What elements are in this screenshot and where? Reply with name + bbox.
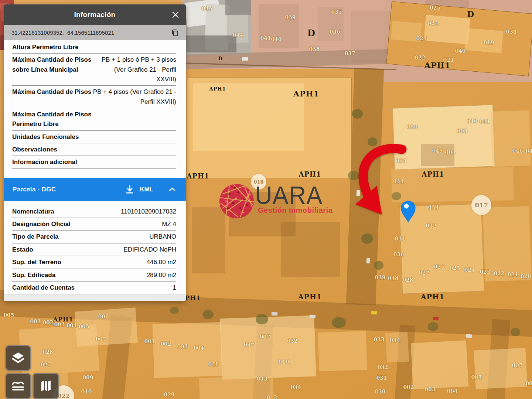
info-panel: Información -31.42216131009352, -64.1565… [4, 4, 186, 301]
copy-icon [171, 28, 180, 37]
field-label: Máxima Cantidad de Pisos Perímetro Libre [12, 110, 93, 129]
collapse-section-button[interactable] [166, 183, 178, 196]
uara-tagline-text: Gestión Inmobiliaria [258, 206, 332, 215]
field-label: Unidades Funcionales [12, 132, 93, 142]
map-canvas[interactable]: DDDAPH1APH1APH1APH1APH1APH1APH1APH1APH1A… [0, 0, 532, 399]
field-label: Estado [12, 245, 93, 255]
field-value: EDIFICADO NoPH [93, 245, 176, 255]
layers-icon [10, 349, 27, 366]
panel-footer [4, 294, 186, 301]
field-value: PB + 1 piso ó PB + 3 pisos (Ver Grafico … [93, 55, 176, 84]
field-row: Altura Perímetro Libre [12, 41, 176, 54]
field-label: Observaciones [12, 145, 93, 154]
field-value: 1101010209017032 [93, 207, 176, 216]
info-panel-header: Información [4, 4, 186, 25]
field-label: Sup. del Terreno [12, 258, 93, 267]
field-label: Máxima Cantidad de Pisos [12, 87, 93, 97]
uara-brand-text: UARA [255, 183, 323, 208]
terrain-profile-control-button[interactable] [5, 373, 31, 399]
field-row: Nomenclatura1101010209017032 [12, 205, 176, 218]
basemap-control-button[interactable] [33, 373, 59, 399]
field-row: EstadoEDIFICADO NoPH [12, 243, 176, 256]
field-value: 446.00 m2 [93, 258, 176, 267]
copy-coordinates-button[interactable] [170, 27, 181, 38]
location-pin-icon[interactable] [401, 201, 415, 222]
field-row: Tipo de ParcelaURBANO [12, 231, 176, 243]
section-title: Parcela - DGC [13, 186, 56, 193]
field-row: Sup. del Terreno446.00 m2 [12, 256, 176, 269]
field-row: Cantidad de Cuentas1 [12, 282, 176, 294]
coordinates-value: -31.42216131009352, -64.1565111695021 [10, 30, 170, 36]
red-arrow-annotation [355, 149, 402, 215]
field-label: Nomenclatura [12, 207, 93, 216]
kml-download-button[interactable]: KML [125, 185, 153, 194]
field-label: Altura Perímetro Libre [12, 42, 93, 52]
field-label: Designación Oficial [12, 219, 93, 229]
field-row: Observaciones [12, 143, 176, 156]
field-label: Informacion adicional [12, 157, 93, 167]
field-value: 289.00 m2 [93, 270, 176, 280]
basemap-icon [37, 378, 54, 395]
parcela-dgc-section-header[interactable]: Parcela - DGC KML [4, 178, 186, 201]
field-value: 1 [93, 283, 176, 293]
field-label: Tipo de Parcela [12, 232, 93, 242]
download-icon [125, 185, 134, 194]
field-value: PB + 4 pisos (Ver Grafico 21 - Perfil XX… [93, 87, 176, 107]
field-label: Máxima Cantidad de Pisos sobre Línea Mun… [12, 55, 93, 75]
panel-title: Información [74, 11, 115, 19]
parcel-fields-list: Nomenclatura1101010209017032Designación … [4, 201, 186, 294]
chevron-up-icon [168, 185, 177, 194]
close-button[interactable] [170, 10, 181, 20]
field-label: Sup. Edificada [12, 270, 93, 280]
field-row: Sup. Edificada289.00 m2 [12, 269, 176, 282]
field-row: Unidades Funcionales [12, 131, 176, 143]
uara-globe-icon [219, 183, 255, 219]
terrain-profile-icon [10, 378, 27, 395]
field-row: Máxima Cantidad de PisosPB + 4 pisos (Ve… [12, 86, 176, 108]
field-value: MZ 4 [93, 219, 176, 229]
field-label: Cantidad de Cuentas [12, 283, 93, 293]
uara-watermark: UARA Gestión Inmobiliaria [218, 182, 336, 222]
kml-label: KML [140, 186, 153, 193]
coordinates-bar: -31.42216131009352, -64.1565111695021 [4, 25, 186, 40]
zoning-fields-list: Altura Perímetro LibreMáxima Cantidad de… [4, 40, 186, 169]
field-row: Informacion adicional [12, 156, 176, 168]
layers-control-button[interactable] [5, 345, 31, 371]
field-row: Máxima Cantidad de Pisos sobre Línea Mun… [12, 54, 176, 86]
close-icon [171, 11, 180, 19]
field-row: Máxima Cantidad de Pisos Perímetro Libre [12, 108, 176, 131]
field-row: Designación OficialMZ 4 [12, 218, 176, 231]
field-value: URBANO [93, 232, 176, 242]
